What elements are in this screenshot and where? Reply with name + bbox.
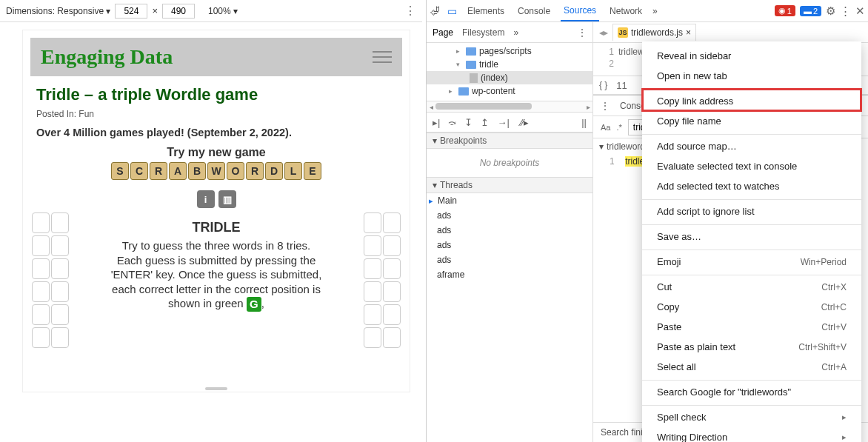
tab-sources[interactable]: Sources <box>561 1 599 21</box>
thread-item[interactable]: aframe <box>427 267 592 282</box>
more-icon[interactable]: » <box>513 27 518 38</box>
stats-icon[interactable]: ▥ <box>218 190 236 208</box>
pretty-print-icon[interactable]: { } <box>599 80 607 90</box>
issues-badge[interactable]: ▬ 2 <box>800 6 821 16</box>
tree-folder[interactable]: ▸wp-content <box>427 84 592 98</box>
ctx-writing-direction[interactable]: Writing Direction▸ <box>642 427 861 442</box>
tile: S <box>111 162 129 180</box>
ctx-spell-check[interactable]: Spell check▸ <box>642 405 861 427</box>
thread-item[interactable]: ads <box>427 223 592 238</box>
devtools-tabs: ⮰ ▭ Elements Console Sources Network » ◉… <box>427 0 868 22</box>
line-info: 11 <box>616 80 627 91</box>
tile: R <box>150 162 167 180</box>
ctx-emoji[interactable]: EmojiWin+Period <box>642 250 861 272</box>
ctx-copy-link-address[interactable]: Copy link address <box>642 89 861 111</box>
thread-item[interactable]: ads <box>427 208 592 223</box>
info-buttons: i ▥ <box>23 190 410 208</box>
modal-text: Try to guess the three words in 8 tries. <box>107 238 326 253</box>
step-out-icon[interactable]: ↥ <box>481 117 489 128</box>
ctx-search-google[interactable]: Search Google for "tridlewords" <box>642 380 861 402</box>
scroll-thumb[interactable] <box>435 103 532 110</box>
deactivate-bp-icon[interactable]: || <box>581 117 587 128</box>
ctx-reveal-sidebar[interactable]: Reveal in sidebar <box>642 46 861 66</box>
ctx-copy-file-name[interactable]: Copy file name <box>642 111 861 131</box>
scroll-left-icon[interactable]: ◂ <box>427 101 435 113</box>
zoom-dropdown[interactable]: 100% ▾ <box>208 6 238 16</box>
left-board <box>32 212 69 350</box>
tile: W <box>207 162 225 180</box>
ctx-copy[interactable]: CopyCtrl+C <box>642 297 861 317</box>
site-title[interactable]: Engaging Data <box>41 45 173 69</box>
close-icon[interactable]: ✕ <box>855 4 865 18</box>
sources-navigator: Page Filesystem » ⋮ ▸pages/scripts ▾trid… <box>427 22 593 442</box>
tab-console[interactable]: Console <box>515 1 553 21</box>
tile: A <box>169 162 187 180</box>
ctx-ignore-list[interactable]: Add script to ignore list <box>642 199 861 221</box>
tile: L <box>284 162 302 180</box>
no-breakpoints: No breakpoints <box>427 149 592 177</box>
case-toggle[interactable]: Aa <box>601 123 610 132</box>
tab-elements[interactable]: Elements <box>464 1 507 21</box>
prev-tab-icon[interactable]: ◂▸ <box>599 27 608 38</box>
device-menu-icon[interactable]: ⋮ <box>404 4 416 18</box>
tree-folder[interactable]: ▸pages/scripts <box>427 44 592 58</box>
breakpoints-section[interactable]: ▾Breakpoints <box>427 133 592 149</box>
page-title: Tridle – a triple Wordle game <box>36 85 396 104</box>
gear-icon[interactable]: ⚙ <box>826 4 835 18</box>
ctx-select-all[interactable]: Select allCtrl+A <box>642 357 861 377</box>
kebab-icon[interactable]: ⋮ <box>578 27 587 38</box>
step-icon[interactable]: →| <box>497 117 509 128</box>
tree-file-index[interactable]: (index) <box>427 71 592 84</box>
ctx-cut[interactable]: CutCtrl+X <box>642 275 861 297</box>
regex-toggle[interactable]: .* <box>616 123 621 132</box>
threads-section[interactable]: ▾Threads <box>427 177 592 193</box>
site-header: Engaging Data <box>30 38 402 76</box>
scrabwordle-tiles[interactable]: S C R A B W O R D L E <box>23 162 410 180</box>
tile: E <box>304 162 321 180</box>
posted-in: Posted In: Fun <box>36 109 396 119</box>
ctx-save-as[interactable]: Save as… <box>642 224 861 247</box>
close-tab-icon[interactable]: × <box>686 27 691 38</box>
tile: O <box>227 162 244 180</box>
thread-item[interactable]: ads <box>427 252 592 267</box>
scroll-right-icon[interactable]: ▸ <box>584 101 592 113</box>
resize-handle-icon[interactable] <box>205 387 227 390</box>
ctx-paste-plain[interactable]: Paste as plain textCtrl+Shift+V <box>642 337 861 357</box>
modal-text: Each guess is submitted by pressing the … <box>107 253 326 312</box>
ctx-eval-console[interactable]: Evaluate selected text in console <box>642 156 861 176</box>
tree-folder[interactable]: ▾tridle <box>427 58 592 71</box>
try-new-game: Try my new game <box>23 146 410 159</box>
step-over-icon[interactable]: ⤼ <box>448 117 456 128</box>
thread-main[interactable]: Main <box>427 193 592 208</box>
tile: C <box>130 162 148 180</box>
modal-title: TRIDLE <box>107 220 326 235</box>
nav-tab-page[interactable]: Page <box>433 27 453 38</box>
instructions-modal: TRIDLE Try to guess the three words in 8… <box>98 212 335 312</box>
step-into-icon[interactable]: ↧ <box>464 117 473 128</box>
width-input[interactable] <box>115 4 147 19</box>
dimensions-dropdown[interactable]: Dimensions: Responsive ▾ <box>6 6 110 16</box>
ctx-add-source-map[interactable]: Add source map… <box>642 134 861 156</box>
error-badge[interactable]: ◉ 1 <box>775 5 795 16</box>
ctx-add-watch[interactable]: Add selected text to watches <box>642 176 861 196</box>
inspect-icon[interactable]: ⮰ <box>430 5 440 17</box>
hamburger-icon[interactable] <box>373 51 392 63</box>
pause-icon[interactable]: ▸| <box>433 117 440 128</box>
editor-tab[interactable]: JS tridlewords.js × <box>612 24 696 41</box>
height-input[interactable] <box>162 4 195 19</box>
tile: R <box>246 162 264 180</box>
h-scrollbar[interactable]: ◂ ▸ <box>427 101 592 112</box>
right-board <box>364 212 401 350</box>
drawer-kebab-icon[interactable]: ⋮ <box>601 101 610 111</box>
info-icon[interactable]: i <box>197 190 215 208</box>
context-menu: Reveal in sidebar Open in new tab Copy l… <box>642 41 861 442</box>
js-file-icon: JS <box>618 27 628 38</box>
more-tabs-icon[interactable]: » <box>652 6 658 16</box>
ctx-paste[interactable]: PasteCtrl+V <box>642 317 861 337</box>
thread-item[interactable]: ads <box>427 238 592 252</box>
kebab-icon[interactable]: ⋮ <box>840 4 851 18</box>
nav-tab-filesystem[interactable]: Filesystem <box>462 27 504 38</box>
ctx-open-new-tab[interactable]: Open in new tab <box>642 66 861 86</box>
device-toggle-icon[interactable]: ▭ <box>447 5 457 17</box>
tab-network[interactable]: Network <box>607 1 645 21</box>
